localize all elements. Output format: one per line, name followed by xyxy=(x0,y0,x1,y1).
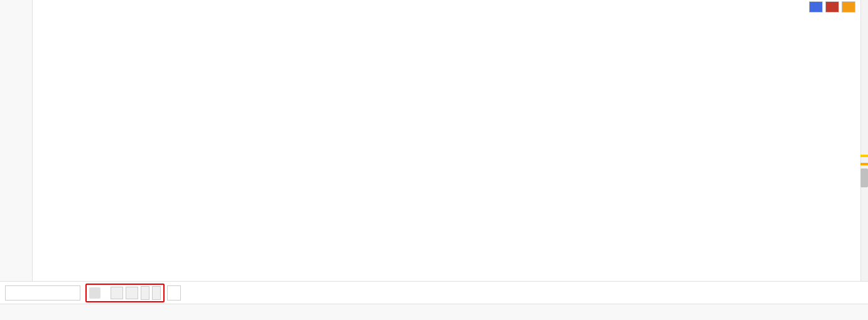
prev-match-button[interactable] xyxy=(111,287,123,299)
top-icon-bar xyxy=(809,1,855,13)
code-area xyxy=(0,0,868,281)
match-case-button[interactable] xyxy=(141,286,149,300)
clear-search-button[interactable] xyxy=(89,287,100,299)
line-numbers xyxy=(0,0,33,281)
scrollbar-marker-1 xyxy=(860,155,868,157)
scrollbar-marker-2 xyxy=(860,163,868,165)
lang-icon[interactable] xyxy=(809,1,823,13)
status-bar xyxy=(0,304,868,320)
cancel-button[interactable] xyxy=(167,285,181,301)
editor-container xyxy=(0,0,868,320)
next-match-button[interactable] xyxy=(126,287,138,299)
notification-icon[interactable] xyxy=(825,1,839,13)
theme-icon[interactable] xyxy=(842,1,855,13)
code-content[interactable] xyxy=(33,0,860,281)
scrollbar-thumb[interactable] xyxy=(860,168,868,187)
scrollbar[interactable] xyxy=(860,0,868,281)
search-input[interactable] xyxy=(5,285,80,301)
find-bar xyxy=(0,281,868,304)
regex-button[interactable] xyxy=(152,286,161,300)
search-controls xyxy=(85,284,165,302)
